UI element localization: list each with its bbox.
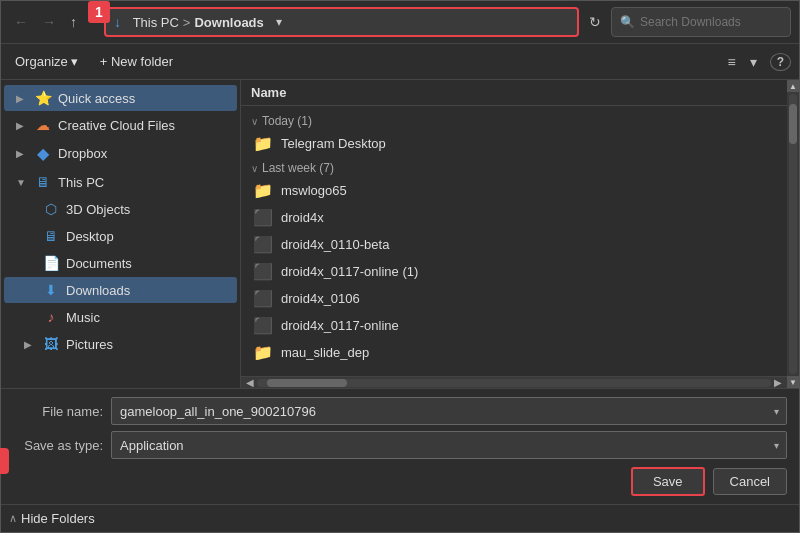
filename-row: File name: ▾ (13, 397, 787, 425)
expand-icon: ▶ (16, 93, 28, 104)
search-box[interactable]: 🔍 (611, 7, 791, 37)
view-button[interactable]: ≡ (722, 51, 740, 73)
sidebar-item-label: Quick access (58, 91, 229, 106)
file-name: droid4x_0117-online (281, 318, 399, 333)
save-button[interactable]: Save (631, 467, 705, 496)
expand-icon (24, 312, 36, 323)
sidebar-item-dropbox[interactable]: ▶ ◆ Dropbox (4, 139, 237, 168)
documents-icon: 📄 (42, 255, 60, 271)
music-icon: ♪ (42, 309, 60, 325)
sidebar-item-quick-access[interactable]: ▶ ⭐ Quick access (4, 85, 237, 111)
back-button[interactable]: ← (9, 11, 33, 33)
h-scroll-thumb[interactable] (267, 379, 347, 387)
file-item[interactable]: ⬛ droid4x_0110-beta (243, 231, 785, 258)
action-toolbar: Organize ▾ + New folder ≡ ▾ ? (1, 44, 799, 80)
bottom-form: File name: ▾ Save as type: ▾ 2 Save Canc… (1, 388, 799, 504)
v-scroll-track[interactable] (789, 94, 797, 374)
sidebar-item-label: Creative Cloud Files (58, 118, 229, 133)
refresh-button[interactable]: ↻ (583, 11, 607, 33)
file-list: ∨ Today (1) 📁 Telegram Desktop ∨ Last we… (241, 106, 787, 376)
file-item[interactable]: 📁 Telegram Desktop (243, 130, 785, 157)
scroll-up-button[interactable]: ▲ (787, 80, 799, 92)
breadcrumb-dropdown-button[interactable]: ▾ (272, 13, 286, 31)
breadcrumb-separator-1 (125, 15, 129, 30)
group-today: ∨ Today (1) (241, 110, 787, 130)
file-name: Telegram Desktop (281, 136, 386, 151)
file-item[interactable]: ⬛ droid4x_0106 (243, 285, 785, 312)
sidebar-item-music[interactable]: ♪ Music (4, 304, 237, 330)
help-button[interactable]: ? (770, 53, 791, 71)
expand-icon (24, 258, 36, 269)
group-label-text: Last week (7) (262, 161, 334, 175)
sidebar-item-label: 3D Objects (66, 202, 229, 217)
file-item[interactable]: ⬛ droid4x_0117-online (1) (243, 258, 785, 285)
savetype-label: Save as type: (13, 438, 103, 453)
scroll-left-icon[interactable]: ◀ (243, 377, 257, 388)
breadcrumb-arrow-icon: ↓ (114, 14, 121, 30)
up-button[interactable]: ↑ (65, 11, 82, 33)
search-input[interactable] (640, 15, 790, 29)
savetype-input[interactable] (111, 431, 787, 459)
scroll-down-button[interactable]: ▼ (787, 376, 799, 388)
expand-icon: ▼ (16, 177, 28, 188)
breadcrumb-current-folder: Downloads (194, 15, 263, 30)
exe-icon: ⬛ (253, 316, 273, 335)
downloads-icon: ⬇ (42, 282, 60, 298)
file-name: mau_slide_dep (281, 345, 369, 360)
new-folder-button[interactable]: + New folder (92, 51, 181, 72)
pictures-icon: 🖼 (42, 336, 60, 352)
organize-button[interactable]: Organize ▾ (9, 51, 84, 72)
expand-icon: ▶ (24, 339, 36, 350)
breadcrumb-this-pc[interactable]: This PC (133, 15, 179, 30)
h-scroll-track[interactable] (257, 379, 771, 387)
sidebar-item-desktop[interactable]: 🖥 Desktop (4, 223, 237, 249)
group-chevron: ∨ (251, 163, 258, 174)
sidebar-item-creative-cloud[interactable]: ▶ ☁ Creative Cloud Files (4, 112, 237, 138)
file-name: droid4x_0110-beta (281, 237, 389, 252)
breadcrumb[interactable]: 1 ↓ This PC > Downloads ▾ (104, 7, 579, 37)
scroll-right-icon[interactable]: ▶ (771, 377, 785, 388)
file-item[interactable]: 📁 mswlogo65 (243, 177, 785, 204)
file-name: droid4x_0106 (281, 291, 360, 306)
hide-folders-chevron-icon: ∧ (9, 512, 17, 525)
view-dropdown-button[interactable]: ▾ (745, 51, 762, 73)
folder-icon: 📁 (253, 134, 273, 153)
file-item[interactable]: ⬛ droid4x (243, 204, 785, 231)
search-icon: 🔍 (620, 15, 635, 29)
breadcrumb-separator-2: > (183, 15, 191, 30)
hide-folders-row[interactable]: ∧ Hide Folders (1, 504, 799, 532)
expand-icon (24, 285, 36, 296)
step-2-badge: 2 (0, 448, 9, 474)
buttons-row: 2 Save Cancel (13, 467, 787, 496)
exe-icon: ⬛ (253, 289, 273, 308)
sidebar-item-3d-objects[interactable]: ⬡ 3D Objects (4, 196, 237, 222)
filename-label: File name: (13, 404, 103, 419)
group-chevron: ∨ (251, 116, 258, 127)
main-area: ▶ ⭐ Quick access ▶ ☁ Creative Cloud File… (1, 80, 799, 388)
name-column-header[interactable]: Name (251, 85, 777, 100)
file-name: mswlogo65 (281, 183, 347, 198)
vertical-scrollbar[interactable]: ▲ ▼ (787, 80, 799, 388)
horizontal-scrollbar[interactable]: ◀ ▶ (241, 376, 787, 388)
sidebar-item-label: Desktop (66, 229, 229, 244)
savetype-row: Save as type: ▾ (13, 431, 787, 459)
sidebar: ▶ ⭐ Quick access ▶ ☁ Creative Cloud File… (1, 80, 241, 388)
content-header: Name (241, 80, 787, 106)
group-lastweek: ∨ Last week (7) (241, 157, 787, 177)
file-item[interactable]: ⬛ droid4x_0117-online (243, 312, 785, 339)
expand-icon (24, 231, 36, 242)
file-item[interactable]: 📁 mau_slide_dep (243, 339, 785, 366)
3d-icon: ⬡ (42, 201, 60, 217)
forward-button[interactable]: → (37, 11, 61, 33)
sidebar-item-this-pc[interactable]: ▼ 🖥 This PC (4, 169, 237, 195)
nav-toolbar: ← → ↑ 1 ↓ This PC > Downloads ▾ ↻ 🔍 (1, 1, 799, 44)
filename-input[interactable] (111, 397, 787, 425)
sidebar-item-pictures[interactable]: ▶ 🖼 Pictures (4, 331, 237, 357)
sidebar-item-downloads[interactable]: ⬇ Downloads (4, 277, 237, 303)
v-scroll-thumb[interactable] (789, 104, 797, 144)
cancel-button[interactable]: Cancel (713, 468, 787, 495)
sidebar-item-label: Music (66, 310, 229, 325)
sidebar-item-documents[interactable]: 📄 Documents (4, 250, 237, 276)
savetype-input-wrapper: ▾ (111, 431, 787, 459)
hide-folders-label: Hide Folders (21, 511, 95, 526)
